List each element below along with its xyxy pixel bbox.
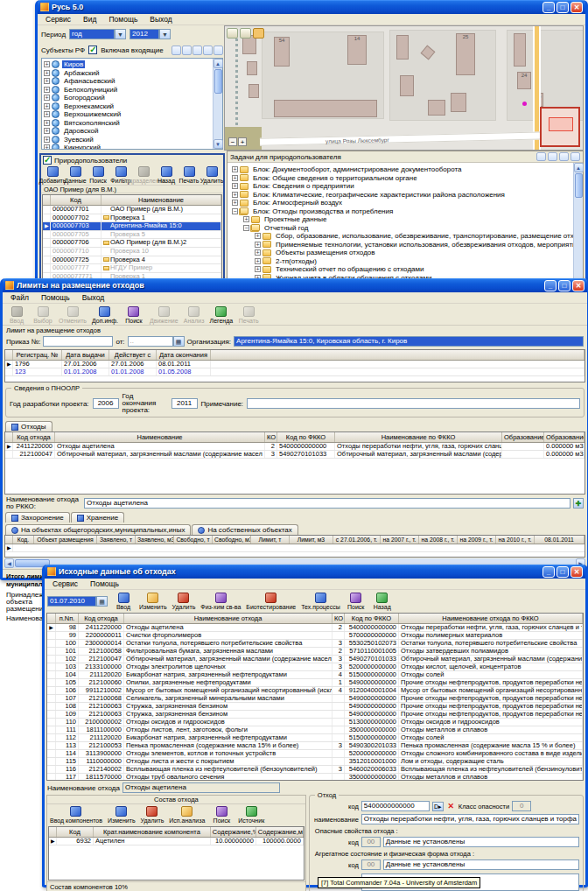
- collapse-icon[interactable]: [570, 152, 580, 161]
- expander-icon[interactable]: [255, 266, 261, 272]
- end-year-input[interactable]: 2011: [172, 398, 198, 409]
- table-row[interactable]: 0000007710 Проверка 10: [43, 248, 221, 256]
- toolbar-button[interactable]: Удалить: [139, 805, 166, 824]
- expander-icon[interactable]: [232, 200, 238, 206]
- table-row[interactable]: 108 212100063 Стружка, загрязненная бенз…: [47, 703, 583, 711]
- expander-icon[interactable]: [44, 61, 50, 67]
- clear-icon[interactable]: ✕: [446, 802, 456, 811]
- tab-waste[interactable]: Отходы: [5, 421, 52, 431]
- expander-icon[interactable]: [44, 70, 50, 76]
- name-field[interactable]: Отходы переработки нефти, угля, газа, го…: [361, 814, 579, 824]
- toolbar-button[interactable]: Поиск: [344, 592, 368, 611]
- expander-icon[interactable]: [243, 216, 249, 222]
- map-edit-icon[interactable]: [240, 28, 251, 39]
- region-tree-item[interactable]: Богородский: [44, 94, 213, 102]
- org-input[interactable]: Аргентина-Ямайка 15:0, Кировская область…: [234, 336, 584, 347]
- period-select[interactable]: год: [69, 29, 115, 39]
- minimize-button[interactable]: _: [542, 566, 555, 578]
- region-tree-item[interactable]: Верхошижемский: [44, 110, 213, 119]
- region-tree-item[interactable]: Верхнекамский: [44, 102, 213, 111]
- toolbar-button[interactable]: Биотестирование: [244, 592, 298, 611]
- map-print-icon[interactable]: [227, 28, 238, 39]
- menu-item[interactable]: Помощь: [35, 292, 76, 303]
- state-value-field[interactable]: Данные не установлены: [383, 859, 579, 870]
- task-tree-item[interactable]: Блок: Общие сведения о территориальном о…: [230, 174, 573, 183]
- toolbar-button[interactable]: Отменить: [57, 305, 88, 325]
- tab-burial[interactable]: Захоронение: [5, 512, 70, 523]
- menu-item[interactable]: Вид: [77, 14, 102, 25]
- expander-icon[interactable]: [44, 144, 50, 149]
- order-date-input[interactable]: ..: [128, 336, 173, 347]
- danger-value-field[interactable]: Данные не установлены: [383, 837, 579, 847]
- expander-icon[interactable]: [232, 175, 238, 181]
- toolbar-button[interactable]: Добавить: [42, 165, 63, 185]
- table-row[interactable]: 6932 Ацетилен 10.00000000 100000.0000: [49, 838, 304, 845]
- menu-item[interactable]: Сервис: [39, 14, 77, 25]
- zoom-out-button[interactable]: −: [228, 137, 237, 146]
- chevron-down-icon[interactable]: ▼: [159, 29, 171, 39]
- table-row[interactable]: 111 1811100000 Отходы листов, лент, заго…: [47, 726, 583, 734]
- region-tree-item[interactable]: Кикнурский: [44, 144, 213, 149]
- table-row[interactable]: 115 1110000000 Отходы листа и жести с по…: [47, 758, 583, 766]
- minimize-button[interactable]: _: [544, 280, 556, 291]
- table-row[interactable]: 0000007705 Проверка 5: [43, 231, 221, 240]
- expander-icon[interactable]: [232, 166, 238, 172]
- task-tree-item[interactable]: Блок: Атмосферный воздух: [230, 199, 573, 207]
- toolbar-button[interactable]: Источник: [236, 805, 266, 824]
- expander-icon[interactable]: [255, 249, 261, 256]
- expander-icon[interactable]: [44, 128, 50, 134]
- toolbar-button[interactable]: Поиск: [208, 805, 234, 824]
- map-layers-icon[interactable]: [253, 28, 264, 39]
- maximize-button[interactable]: □: [558, 280, 570, 291]
- menu-item[interactable]: Файл: [4, 292, 35, 303]
- table-row[interactable]: [5, 544, 584, 552]
- tab-storage[interactable]: Хранение: [71, 512, 124, 523]
- expander-icon[interactable]: [44, 87, 50, 93]
- toolbar-button[interactable]: Исп.анализа: [167, 805, 206, 824]
- table-row[interactable]: 106 9911210002 Мусор от бытовых помещени…: [47, 687, 583, 695]
- zoom-in-button[interactable]: +: [238, 137, 247, 146]
- date-filter-input[interactable]: 01.07.2010: [47, 596, 96, 607]
- table-row[interactable]: 123 01.01.2008 01.01.2008 01.05.2008: [5, 368, 584, 376]
- table-row[interactable]: 100 2300000014 Остатки толуола, потерявш…: [47, 640, 583, 648]
- maximize-button[interactable]: □: [556, 566, 569, 578]
- menu-item[interactable]: Выход: [76, 292, 110, 303]
- close-button[interactable]: ✕: [570, 566, 583, 578]
- table-row[interactable]: 114 3113900000 Отходы элементов, котлов …: [47, 750, 583, 758]
- expander-icon[interactable]: [44, 120, 50, 126]
- toolbar-button[interactable]: Легенда: [208, 305, 235, 325]
- refresh-icon[interactable]: [203, 46, 213, 55]
- expander-icon[interactable]: [255, 258, 261, 264]
- expander-icon[interactable]: [255, 233, 261, 239]
- expander-icon[interactable]: [44, 111, 50, 117]
- region-tree-item[interactable]: Даровской: [44, 127, 213, 136]
- expander-icon[interactable]: [243, 225, 249, 231]
- task-tree-item[interactable]: Применяемые технологии, установки исполь…: [230, 241, 573, 249]
- expander-icon[interactable]: [255, 242, 261, 248]
- region-tree-item[interactable]: Вятскополянский: [44, 119, 213, 128]
- toolbar-button[interactable]: Назад: [370, 592, 395, 611]
- table-row[interactable]: 105 212100060 Опилки, загрязненные нефте…: [47, 679, 583, 687]
- toolbar-button[interactable]: Печать: [178, 165, 200, 185]
- table-row[interactable]: 0000007701 ОАО Пример (для В.М.): [43, 206, 221, 214]
- region-tree-item[interactable]: Киров: [44, 60, 213, 69]
- table-row[interactable]: 109 212100063 Стружка, загрязненная бенз…: [47, 711, 583, 719]
- region-tree-item[interactable]: Афанасьевский: [44, 77, 213, 86]
- close-button[interactable]: ✕: [570, 2, 583, 13]
- note-input[interactable]: [247, 398, 580, 409]
- expander-icon[interactable]: [232, 183, 238, 189]
- subtab-municipal-objects[interactable]: На объектах общегородских,муниципальных,…: [5, 524, 191, 535]
- task-tree-item[interactable]: Блок: Отходы производства и потребления: [230, 207, 573, 216]
- chevron-down-icon[interactable]: ▼: [115, 29, 126, 39]
- table-row[interactable]: 112 211120020 Бикарбонат натрия, загрязн…: [47, 734, 583, 742]
- menu-item[interactable]: Сервис: [46, 579, 84, 589]
- main-titlebar[interactable]: Русь 5.0 _ □ ✕: [38, 0, 585, 14]
- close-button[interactable]: ✕: [572, 280, 584, 291]
- expander-icon[interactable]: [44, 137, 50, 143]
- region-tree-scrollbar[interactable]: ▲▼: [213, 59, 222, 149]
- print-icon[interactable]: [536, 152, 546, 161]
- rkko-value-field[interactable]: Отходы ацетилена: [84, 498, 570, 509]
- table-row[interactable]: 98 2411220000 Отходы ацетилена 2 5400000…: [47, 624, 583, 632]
- hierarchy-icon[interactable]: [548, 152, 557, 161]
- region-tree-item[interactable]: Зуевский: [44, 136, 213, 144]
